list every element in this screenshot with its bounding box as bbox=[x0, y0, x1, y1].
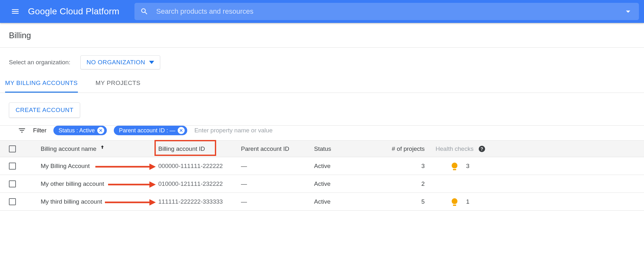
billing-accounts-table: Billing account name Billing account ID … bbox=[0, 141, 644, 211]
help-icon[interactable]: ? bbox=[479, 146, 485, 152]
table-header-row: Billing account name Billing account ID … bbox=[0, 141, 644, 157]
filter-chip-parent-text: Parent account ID : — bbox=[119, 127, 175, 134]
row-status: Active bbox=[314, 163, 331, 170]
filter-label: Filter bbox=[33, 127, 46, 134]
row-id: 010000-121111-232222 bbox=[158, 180, 223, 187]
table-row: My third billing account 111111-222222-3… bbox=[0, 193, 644, 211]
lightbulb-icon bbox=[451, 198, 458, 205]
filter-chip-status[interactable]: Status : Active ✕ bbox=[53, 126, 107, 135]
col-billing-account-name[interactable]: Billing account name bbox=[41, 145, 96, 152]
tab-my-projects[interactable]: MY PROJECTS bbox=[96, 80, 140, 93]
page-title: Billing bbox=[0, 23, 644, 47]
col-projects[interactable]: # of projects bbox=[392, 145, 425, 152]
row-checkbox[interactable] bbox=[9, 198, 16, 205]
row-health: 1 bbox=[466, 198, 469, 205]
row-parent: — bbox=[241, 163, 247, 170]
row-projects: 2 bbox=[421, 180, 425, 187]
row-name[interactable]: My other billing account bbox=[41, 180, 104, 187]
organization-select-value: NO ORGANIZATION bbox=[86, 59, 145, 66]
filter-input[interactable] bbox=[194, 127, 644, 134]
menu-icon[interactable] bbox=[9, 5, 22, 18]
row-id: 111111-222222-333333 bbox=[158, 198, 223, 205]
search-icon bbox=[140, 7, 148, 16]
filter-chip-status-text: Status : Active bbox=[58, 127, 95, 134]
search-bar[interactable] bbox=[134, 3, 639, 20]
filter-icon bbox=[18, 126, 26, 135]
table-row: My other billing account 010000-121111-2… bbox=[0, 175, 644, 193]
col-status[interactable]: Status bbox=[314, 145, 331, 152]
row-name[interactable]: My Billing Account bbox=[41, 163, 90, 170]
row-status: Active bbox=[314, 198, 331, 205]
chip-remove-icon[interactable]: ✕ bbox=[97, 127, 104, 134]
col-parent-account-id[interactable]: Parent account ID bbox=[241, 145, 289, 152]
dropdown-icon bbox=[149, 61, 154, 64]
search-input[interactable] bbox=[156, 7, 615, 16]
organization-select[interactable]: NO ORGANIZATION bbox=[80, 55, 160, 69]
chevron-down-icon[interactable] bbox=[623, 6, 633, 17]
row-checkbox[interactable] bbox=[9, 163, 16, 170]
col-health-checks[interactable]: Health checks bbox=[435, 145, 473, 152]
select-all-checkbox[interactable] bbox=[9, 145, 16, 152]
col-billing-account-id[interactable]: Billing account ID bbox=[158, 145, 205, 152]
create-account-button[interactable]: CREATE ACCOUNT bbox=[9, 102, 80, 118]
row-projects: 3 bbox=[421, 163, 425, 170]
row-id: 000000-111111-222222 bbox=[158, 163, 223, 170]
row-parent: — bbox=[241, 198, 247, 205]
filter-chip-parent[interactable]: Parent account ID : — ✕ bbox=[114, 126, 187, 135]
sort-asc-icon[interactable] bbox=[99, 144, 105, 152]
row-checkbox[interactable] bbox=[9, 180, 16, 187]
row-parent: — bbox=[241, 180, 247, 187]
tab-my-billing-accounts[interactable]: MY BILLING ACCOUNTS bbox=[5, 80, 78, 93]
row-projects: 5 bbox=[421, 198, 425, 205]
table-row: My Billing Account 000000-111111-222222 … bbox=[0, 157, 644, 175]
row-name[interactable]: My third billing account bbox=[41, 198, 102, 205]
brand-title: Google Cloud Platform bbox=[28, 6, 119, 17]
chip-remove-icon[interactable]: ✕ bbox=[178, 127, 185, 134]
row-health: 3 bbox=[466, 163, 469, 170]
lightbulb-icon bbox=[451, 163, 458, 170]
row-status: Active bbox=[314, 180, 331, 187]
organization-label: Select an organization: bbox=[9, 59, 70, 66]
